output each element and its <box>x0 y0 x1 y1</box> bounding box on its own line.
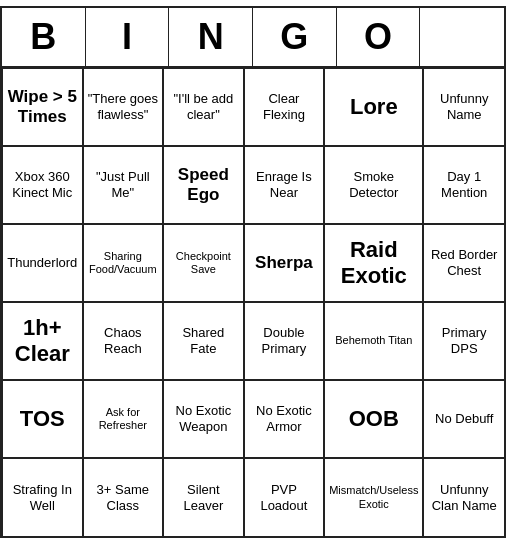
bingo-cell-4: Lore <box>324 68 423 146</box>
header-letter-I: I <box>86 8 170 66</box>
bingo-cell-26: No Exotic Weapon <box>163 380 244 458</box>
header-letter-O: O <box>337 8 421 66</box>
bingo-cell-25: Ask for Refresher <box>83 380 164 458</box>
bingo-cell-6: Xbox 360 Kinect Mic <box>2 146 83 224</box>
bingo-cell-1: "There goes flawless" <box>83 68 164 146</box>
header-letter-G: G <box>253 8 337 66</box>
bingo-cell-17: Red Border Chest <box>423 224 504 302</box>
bingo-cell-14: Checkpoint Save <box>163 224 244 302</box>
bingo-cell-8: Speed Ego <box>163 146 244 224</box>
bingo-cell-11: Day 1 Mention <box>423 146 504 224</box>
bingo-cell-31: 3+ Same Class <box>83 458 164 536</box>
header-letter-N: N <box>169 8 253 66</box>
bingo-cell-21: Double Primary <box>244 302 325 380</box>
header-letter-extra <box>420 8 504 66</box>
bingo-cell-13: Sharing Food/Vacuum <box>83 224 164 302</box>
bingo-cell-16: Raid Exotic <box>324 224 423 302</box>
bingo-cell-33: PVP Loadout <box>244 458 325 536</box>
bingo-cell-19: Chaos Reach <box>83 302 164 380</box>
bingo-cell-7: "Just Pull Me" <box>83 146 164 224</box>
bingo-cell-28: OOB <box>324 380 423 458</box>
bingo-grid: Wipe > 5 Times"There goes flawless""I'll… <box>2 68 504 536</box>
bingo-cell-2: "I'll be add clear" <box>163 68 244 146</box>
bingo-cell-32: Silent Leaver <box>163 458 244 536</box>
bingo-cell-20: Shared Fate <box>163 302 244 380</box>
bingo-cell-15: Sherpa <box>244 224 325 302</box>
bingo-cell-24: TOS <box>2 380 83 458</box>
bingo-card: BINGO Wipe > 5 Times"There goes flawless… <box>0 6 506 538</box>
bingo-cell-0: Wipe > 5 Times <box>2 68 83 146</box>
bingo-cell-27: No Exotic Armor <box>244 380 325 458</box>
bingo-cell-9: Enrage Is Near <box>244 146 325 224</box>
bingo-cell-5: Unfunny Name <box>423 68 504 146</box>
bingo-cell-22: Behemoth Titan <box>324 302 423 380</box>
bingo-cell-35: Unfunny Clan Name <box>423 458 504 536</box>
bingo-cell-34: Mismatch/Useless Exotic <box>324 458 423 536</box>
header-letter-B: B <box>2 8 86 66</box>
bingo-cell-30: Strafing In Well <box>2 458 83 536</box>
bingo-cell-18: 1h+ Clear <box>2 302 83 380</box>
bingo-header: BINGO <box>2 8 504 68</box>
bingo-cell-3: Clear Flexing <box>244 68 325 146</box>
bingo-cell-29: No Debuff <box>423 380 504 458</box>
bingo-cell-23: Primary DPS <box>423 302 504 380</box>
bingo-cell-12: Thunderlord <box>2 224 83 302</box>
bingo-cell-10: Smoke Detector <box>324 146 423 224</box>
